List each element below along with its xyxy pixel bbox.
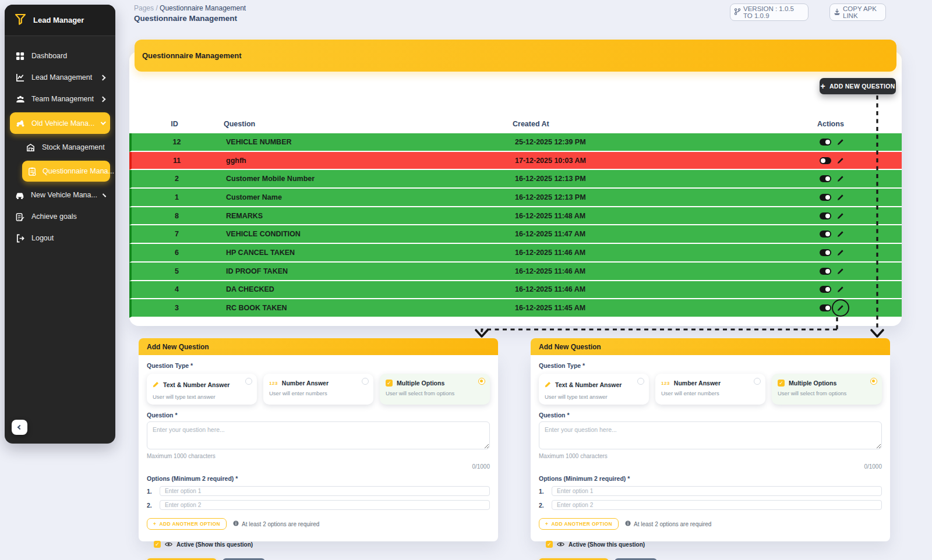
add-another-option-label: ADD ANOTHER OPTION (159, 521, 220, 527)
column-created-at: Created At (509, 120, 813, 128)
sidebar-item-stock-management[interactable]: Stock Management (22, 139, 108, 156)
options-label: Options (Minimum 2 required) * (147, 475, 490, 482)
row-question: Customer Name (222, 193, 511, 201)
char-counter: 0/1000 (147, 463, 490, 470)
table-row: 8 REMARKS 16-12-2025 11:48 AM (129, 207, 902, 226)
type-card-title: Number Answer (674, 380, 721, 387)
sidebar-item-lead-management[interactable]: Lead Management (12, 69, 108, 86)
status-toggle[interactable] (820, 175, 831, 182)
edit-icon[interactable] (836, 193, 844, 201)
edit-icon[interactable] (836, 175, 844, 183)
breadcrumb: Pages / Questionnaire Management (134, 4, 246, 12)
question-label: Question * (539, 412, 882, 419)
pen-icon (153, 380, 159, 390)
row-question: gghfh (222, 157, 511, 165)
type-card-number[interactable]: 123 Number Answer User will enter number… (655, 374, 765, 405)
add-new-question-button[interactable]: + ADD NEW QUESTION (820, 78, 896, 94)
add-another-option-button[interactable]: + ADD ANOTHER OPTION (539, 518, 619, 530)
row-id: 3 (132, 304, 222, 312)
edit-icon[interactable] (836, 249, 844, 256)
add-another-option-button[interactable]: + ADD ANOTHER OPTION (147, 518, 227, 530)
panel-header: Questionnaire Management (135, 40, 896, 72)
options-label: Options (Minimum 2 required) * (539, 475, 882, 482)
checkbox-icon: ✓ (778, 380, 785, 387)
option-number: 2. (539, 502, 546, 509)
status-toggle[interactable] (820, 194, 831, 201)
status-toggle[interactable] (820, 212, 831, 219)
plus-icon: + (545, 521, 548, 527)
radio-unselected-icon[interactable] (362, 378, 369, 385)
status-toggle[interactable] (820, 157, 831, 164)
table-row: 3 RC BOOK TAKEN 16-12-2025 11:45 AM (129, 299, 902, 318)
chart-icon (15, 73, 25, 82)
sidebar-item-questionnaire-management[interactable]: Questionnaire Mana... (22, 161, 110, 182)
row-id: 5 (132, 267, 222, 275)
sidebar-item-logout[interactable]: Logout (12, 229, 108, 247)
sidebar-item-old-vehicle-management[interactable]: Old Vehicle Mana... (10, 112, 110, 134)
edit-icon[interactable] (836, 286, 844, 293)
copy-apk-button[interactable]: COPY APK LINK (829, 3, 886, 21)
question-input[interactable] (147, 421, 490, 449)
option-1-input[interactable] (552, 486, 882, 496)
option-1-input[interactable] (160, 486, 490, 496)
row-id: 6 (132, 249, 222, 257)
edit-icon[interactable] (836, 231, 844, 238)
questionnaire-icon (28, 167, 36, 176)
radio-unselected-icon[interactable] (754, 378, 761, 385)
row-question: REMARKS (222, 212, 511, 220)
status-toggle[interactable] (820, 286, 831, 293)
status-toggle[interactable] (820, 139, 831, 146)
type-card-subtitle: User will select from options (778, 390, 876, 396)
numbers-icon: 123 (661, 381, 670, 386)
panel-title: Questionnaire Management (142, 51, 241, 60)
row-created-at: 16-12-2025 11:45 AM (511, 304, 816, 312)
sidebar-item-team-management[interactable]: Team Management (12, 90, 108, 108)
type-card-multiple-options[interactable]: ✓ Multiple Options User will select from… (772, 374, 882, 405)
type-card-multiple-options[interactable]: ✓ Multiple Options User will select from… (380, 374, 490, 405)
status-toggle[interactable] (820, 231, 831, 238)
edit-icon[interactable] (836, 212, 844, 219)
edit-icon-highlighted[interactable] (836, 304, 844, 312)
status-toggle[interactable] (820, 304, 831, 311)
type-card-text-number[interactable]: Text & Number Answer User will type text… (539, 374, 649, 405)
sidebar-item-achieve-goals[interactable]: Achieve goals (12, 208, 108, 225)
form-title: Add New Question (539, 343, 601, 351)
car-icon (15, 191, 24, 200)
type-card-text-number[interactable]: Text & Number Answer User will type text… (147, 374, 257, 405)
sidebar-item-dashboard[interactable]: Dashboard (12, 47, 108, 65)
option-2-input[interactable] (552, 500, 882, 510)
type-card-number[interactable]: 123 Number Answer User will enter number… (263, 374, 373, 405)
chevron-down-icon (101, 120, 106, 125)
row-id: 8 (132, 212, 222, 220)
active-checkbox[interactable]: ✓ (546, 541, 553, 548)
sidebar-item-label: Questionnaire Mana... (43, 167, 114, 175)
row-id: 2 (132, 175, 222, 183)
sidebar-item-new-vehicle-management[interactable]: New Vehicle Mana... (12, 186, 108, 204)
active-checkbox[interactable]: ✓ (154, 541, 161, 548)
table-row: 6 HP CANCEL TAKEN 16-12-2025 11:46 AM (129, 244, 902, 263)
status-toggle[interactable] (820, 268, 831, 275)
row-created-at: 16-12-2025 11:46 AM (511, 267, 816, 275)
radio-selected-icon[interactable] (870, 378, 877, 385)
edit-icon[interactable] (836, 267, 844, 275)
radio-unselected-icon[interactable] (637, 378, 644, 385)
dashboard-icon (15, 52, 25, 61)
status-toggle[interactable] (820, 249, 831, 256)
edit-icon[interactable] (836, 138, 844, 146)
radio-selected-icon[interactable] (478, 378, 485, 385)
row-created-at: 16-12-2025 12:13 PM (511, 193, 816, 201)
breadcrumb-current: Questionnaire Management (160, 4, 246, 12)
version-button[interactable]: VERSION : 1.0.5 TO 1.0.9 (730, 3, 809, 21)
type-card-subtitle: User will enter numbers (269, 390, 368, 396)
option-2-input[interactable] (160, 500, 490, 510)
radio-unselected-icon[interactable] (245, 378, 252, 385)
edit-icon[interactable] (836, 157, 844, 164)
row-created-at: 16-12-2025 11:46 AM (511, 285, 816, 293)
question-input[interactable] (539, 421, 882, 449)
breadcrumb-root[interactable]: Pages (134, 4, 154, 12)
brand: Lead Manager (5, 5, 115, 36)
sidebar: Lead Manager Dashboard Lead Management T… (5, 5, 115, 444)
question-type-label: Question Type * (539, 362, 882, 369)
sidebar-collapse-button[interactable] (12, 420, 27, 435)
row-question: Customer Mobile Number (222, 175, 511, 183)
